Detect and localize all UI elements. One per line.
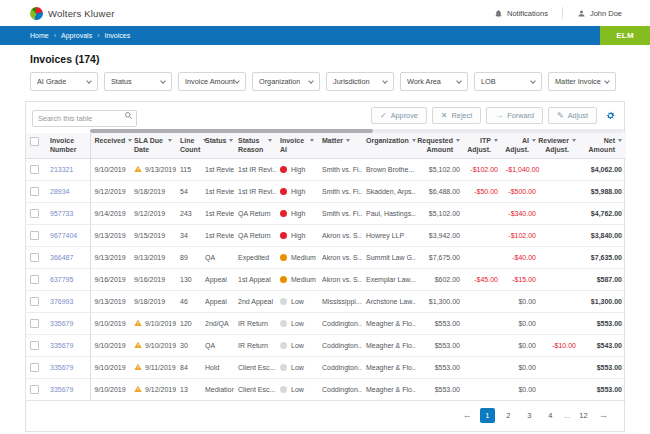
column-header-received[interactable]: Received xyxy=(90,133,130,158)
cell-net-amount: $1,300.00 xyxy=(580,290,626,312)
invoice-number-link[interactable]: 335679 xyxy=(50,364,73,371)
invoices-table: Invoice NumberReceivedSLA Due DateLine C… xyxy=(26,133,626,401)
invoice-number-link[interactable]: 213321 xyxy=(50,166,73,173)
cell-matter: Akron vs. S... xyxy=(318,246,362,268)
cell-status-reason: QA Return xyxy=(234,202,276,224)
cell-itp-adjust xyxy=(464,334,502,356)
invoice-number-link[interactable]: 28934 xyxy=(50,188,69,195)
filter-work-area[interactable]: Work Area xyxy=(400,72,468,91)
column-header-status-reason[interactable]: Status Reason xyxy=(234,133,276,158)
column-header-itp-adjust[interactable]: ITP Adjust. xyxy=(464,133,502,158)
sort-icon[interactable] xyxy=(229,139,233,142)
sort-icon[interactable] xyxy=(412,139,416,142)
select-all-checkbox[interactable] xyxy=(30,137,39,146)
filter-label: Jurisdiction xyxy=(333,77,370,86)
column-header-sla-due-date[interactable]: SLA Due Date xyxy=(130,133,176,158)
horizontal-scrollbar-thumb[interactable] xyxy=(90,129,373,133)
column-header-ai-adjust[interactable]: AI Adjust. xyxy=(502,133,540,158)
sort-icon[interactable] xyxy=(346,139,350,142)
column-header-matter[interactable]: Matter xyxy=(318,133,362,158)
forward-button[interactable]: →Forward xyxy=(486,107,543,124)
filter-matter-invoice[interactable]: Matter Invoice xyxy=(548,72,616,91)
chevron-down-icon xyxy=(86,78,92,84)
sort-icon[interactable] xyxy=(532,139,536,142)
sort-icon[interactable] xyxy=(618,139,622,142)
cell-invoice-number: 213321 xyxy=(46,158,90,180)
page-1[interactable]: 1 xyxy=(480,408,495,423)
cell-status-reason: 1st IR Revi... xyxy=(234,180,276,202)
page-3[interactable]: 3 xyxy=(522,408,537,423)
cell-organization: Meagher & Flo... xyxy=(362,334,416,356)
filter-status[interactable]: Status xyxy=(104,72,172,91)
sort-icon[interactable] xyxy=(572,139,576,142)
column-header-organization[interactable]: Organization xyxy=(362,133,416,158)
user-icon xyxy=(577,9,586,18)
row-checkbox[interactable] xyxy=(30,385,39,394)
cell-line-count: 120 xyxy=(176,312,201,334)
notifications-button[interactable]: Notifications xyxy=(494,9,548,18)
column-header-status[interactable]: Status xyxy=(201,133,234,158)
cell-organization: Meagher & Flo... xyxy=(362,356,416,378)
horizontal-scrollbar[interactable] xyxy=(90,129,624,133)
filter-organization[interactable]: Organization xyxy=(252,72,320,91)
sla-warning-icon xyxy=(134,165,142,173)
cell-received: 9/13/2019 xyxy=(90,290,130,312)
row-checkbox[interactable] xyxy=(30,275,39,284)
sort-icon[interactable] xyxy=(456,139,460,142)
column-header-invoice-ai[interactable]: Invoice AI xyxy=(276,133,318,158)
sort-icon[interactable] xyxy=(268,139,272,142)
cell-status-reason: 1st IR Revi... xyxy=(234,158,276,180)
sort-icon[interactable] xyxy=(494,139,498,142)
invoice-number-link[interactable]: 335679 xyxy=(50,320,73,327)
invoice-number-link[interactable]: 9677404 xyxy=(50,232,77,239)
row-checkbox[interactable] xyxy=(30,341,39,350)
notifications-label: Notifications xyxy=(507,9,548,18)
page-2[interactable]: 2 xyxy=(501,408,516,423)
filter-lob[interactable]: LOB xyxy=(474,72,542,91)
pagination-prev[interactable]: ← xyxy=(461,410,474,420)
search-input[interactable] xyxy=(32,110,137,127)
row-checkbox[interactable] xyxy=(30,231,39,240)
adjust-button[interactable]: ✎Adjust xyxy=(548,107,597,124)
column-label: Requested Amount xyxy=(417,137,453,155)
column-header-net-amount[interactable]: Net Amount xyxy=(580,133,626,158)
invoice-number-link[interactable]: 335679 xyxy=(50,386,73,393)
approve-button[interactable]: ✓Approve xyxy=(371,107,427,124)
row-checkbox[interactable] xyxy=(30,363,39,372)
sort-icon[interactable] xyxy=(310,139,314,142)
cell-checkbox xyxy=(26,378,46,400)
user-menu[interactable]: John Doe xyxy=(577,9,622,18)
search-icon xyxy=(124,111,133,120)
row-checkbox[interactable] xyxy=(30,253,39,262)
column-label: Status Reason xyxy=(238,137,265,155)
cell-net-amount: $4,762.00 xyxy=(580,202,626,224)
cell-received: 9/10/2019 xyxy=(90,158,130,180)
table-settings-button[interactable] xyxy=(602,108,618,124)
filter-jurisdiction[interactable]: Jurisdiction xyxy=(326,72,394,91)
page-4[interactable]: 4 xyxy=(543,408,558,423)
filter-invoice-amount[interactable]: Invoice Amount xyxy=(178,72,246,91)
invoice-number-link[interactable]: 366487 xyxy=(50,254,73,261)
row-checkbox[interactable] xyxy=(30,209,39,218)
invoice-number-link[interactable]: 376993 xyxy=(50,298,73,305)
invoice-number-link[interactable]: 335679 xyxy=(50,342,73,349)
column-header-line-count[interactable]: Line Count xyxy=(176,133,201,158)
page-12[interactable]: 12 xyxy=(576,408,591,423)
column-header-requested-amount[interactable]: Requested Amount xyxy=(416,133,464,158)
invoice-number-link[interactable]: 637795 xyxy=(50,276,73,283)
row-checkbox[interactable] xyxy=(30,319,39,328)
row-checkbox[interactable] xyxy=(30,165,39,174)
cell-organization: Exemplar Law... xyxy=(362,268,416,290)
invoice-number-link[interactable]: 957733 xyxy=(50,210,73,217)
breadcrumb-item-approvals[interactable]: Approvals xyxy=(61,32,92,39)
breadcrumb-item-home[interactable]: Home xyxy=(30,32,49,39)
sort-icon[interactable] xyxy=(168,139,172,142)
row-checkbox[interactable] xyxy=(30,187,39,196)
reject-button[interactable]: ✕Reject xyxy=(432,107,481,124)
column-header-reviewer-adjust[interactable]: Reviewer Adjust. xyxy=(540,133,580,158)
cell-organization: Howrey LLP xyxy=(362,224,416,246)
filter-ai-grade[interactable]: AI Grade xyxy=(30,72,98,91)
pagination-next[interactable]: → xyxy=(597,410,610,420)
row-checkbox[interactable] xyxy=(30,297,39,306)
sort-icon[interactable] xyxy=(128,139,132,142)
